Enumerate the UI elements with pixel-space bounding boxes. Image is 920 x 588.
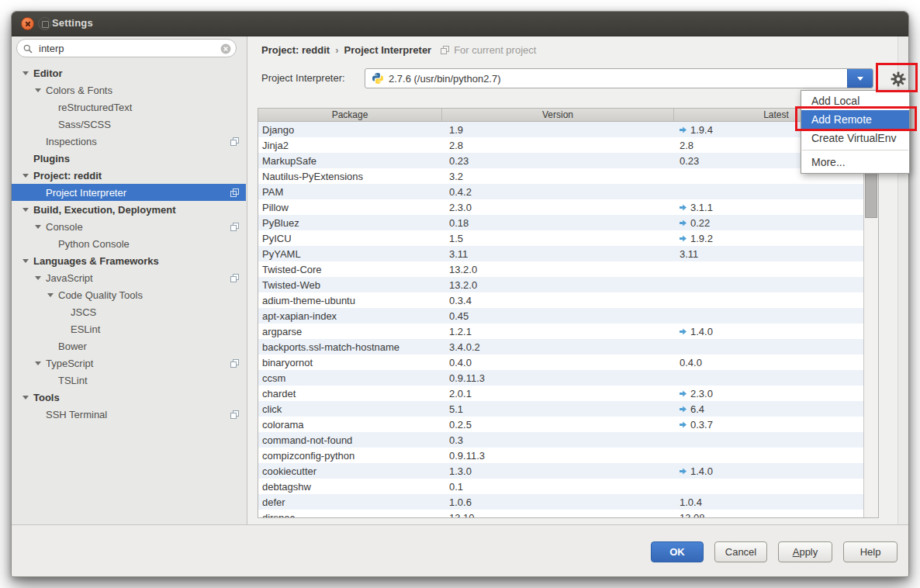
package-version: 0.3 xyxy=(442,434,674,446)
table-row-compizconfig-python[interactable]: compizconfig-python0.9.11.3 xyxy=(258,448,878,463)
search-input[interactable] xyxy=(37,41,216,55)
tree-item-tslint[interactable]: TSLint xyxy=(12,372,246,389)
table-row-pyyaml[interactable]: PyYAML3.113.11 xyxy=(258,246,878,261)
expander-arrow-icon[interactable] xyxy=(22,71,33,75)
clear-search-icon[interactable] xyxy=(220,43,231,54)
per-project-copy-icon xyxy=(441,46,449,54)
package-name: chardet xyxy=(258,388,442,399)
table-scrollbar[interactable] xyxy=(863,122,878,517)
table-row-command-not-found[interactable]: command-not-found0.3 xyxy=(258,432,878,448)
cancel-button[interactable]: Cancel xyxy=(714,541,767,562)
tree-item-plugins[interactable]: Plugins xyxy=(12,150,246,167)
expander-arrow-icon[interactable] xyxy=(35,276,46,280)
tree-item-label: TSLint xyxy=(58,375,88,386)
tree-item-tools[interactable]: Tools xyxy=(12,389,246,406)
table-row-backports-ssl-match-hostname[interactable]: backports.ssl-match-hostname3.4.0.2 xyxy=(258,339,878,355)
expander-arrow-icon[interactable] xyxy=(22,174,33,178)
tree-item-sass-scss[interactable]: Sass/SCSS xyxy=(12,116,246,133)
tree-item-jscs[interactable]: JSCS xyxy=(12,303,246,320)
table-row-nautilus-pyextensions[interactable]: Nautilus-PyExtensions3.2 xyxy=(258,168,878,184)
table-row-dirspec[interactable]: dirspec13.1013.08 xyxy=(258,510,878,518)
package-name: PyBluez xyxy=(258,217,442,229)
package-name: colorama xyxy=(258,419,442,431)
table-row-ccsm[interactable]: ccsm0.9.11.3 xyxy=(258,370,878,386)
upgrade-arrow-icon xyxy=(680,421,687,428)
tree-item-bower[interactable]: Bower xyxy=(12,337,246,355)
table-row-twisted-core[interactable]: Twisted-Core13.2.0 xyxy=(258,261,878,277)
tree-item-label: JavaScript xyxy=(46,272,93,284)
table-row-pybluez[interactable]: PyBluez0.180.22 xyxy=(258,215,878,230)
table-row-markupsafe[interactable]: MarkupSafe0.230.23 xyxy=(258,153,878,168)
tree-item-ssh-terminal[interactable]: SSH Terminal xyxy=(12,406,246,423)
menu-item-add-remote[interactable]: Add Remote xyxy=(801,110,909,129)
breadcrumb-page: Project Interpreter xyxy=(344,44,431,56)
table-row-pyicu[interactable]: PyICU1.51.9.2 xyxy=(258,230,878,246)
tree-item-colors-fonts[interactable]: Colors & Fonts xyxy=(12,81,246,99)
menu-item-create-virtualenv[interactable]: Create VirtualEnv xyxy=(801,129,909,147)
package-name: Pillow xyxy=(258,202,442,213)
tree-item-python-console[interactable]: Python Console xyxy=(12,235,246,252)
window-close-button[interactable] xyxy=(21,17,34,30)
package-latest: 6.4 xyxy=(674,403,878,415)
package-table: Package Version Latest Django1.91.9.4Jin… xyxy=(258,108,879,518)
expander-arrow-icon[interactable] xyxy=(22,208,33,212)
tree-item-typescript[interactable]: TypeScript xyxy=(12,355,246,372)
column-header-package[interactable]: Package xyxy=(258,109,442,121)
latest-version-text: 13.08 xyxy=(680,512,705,519)
tree-item-inspections[interactable]: Inspections xyxy=(12,133,246,150)
table-row-adium-theme-ubuntu[interactable]: adium-theme-ubuntu0.3.4 xyxy=(258,292,878,308)
interpreter-combobox[interactable]: 2.7.6 (/usr/bin/python2.7) xyxy=(365,68,873,88)
window-titlebar[interactable]: Settings xyxy=(12,12,908,36)
package-latest: 0.3.7 xyxy=(674,419,878,431)
column-header-version[interactable]: Version xyxy=(442,109,674,121)
tree-item-build-execution-deployment[interactable]: Build, Execution, Deployment xyxy=(12,201,246,218)
package-version: 3.2 xyxy=(442,171,674,182)
tree-item-restructuredtext[interactable]: reStructuredText xyxy=(12,99,246,116)
tree-item-javascript[interactable]: JavaScript xyxy=(12,269,246,286)
expander-arrow-icon[interactable] xyxy=(22,259,33,263)
tree-item-languages-frameworks[interactable]: Languages & Frameworks xyxy=(12,252,246,269)
table-row-twisted-web[interactable]: Twisted-Web13.2.0 xyxy=(258,277,878,292)
table-row-defer[interactable]: defer1.0.61.0.4 xyxy=(258,494,878,510)
ok-button[interactable]: OK xyxy=(651,541,704,562)
table-row-binaryornot[interactable]: binaryornot0.4.00.4.0 xyxy=(258,355,878,370)
help-button[interactable]: Help xyxy=(843,541,898,562)
table-row-jinja2[interactable]: Jinja22.82.8 xyxy=(258,137,878,153)
apply-button[interactable]: Apply xyxy=(778,541,832,562)
table-row-argparse[interactable]: argparse1.2.11.4.0 xyxy=(258,323,878,339)
gear-button[interactable] xyxy=(890,71,907,88)
expander-arrow-icon[interactable] xyxy=(35,225,46,229)
package-name: backports.ssl-match-hostname xyxy=(258,341,442,353)
table-row-colorama[interactable]: colorama0.2.50.3.7 xyxy=(258,417,878,432)
tree-item-console[interactable]: Console xyxy=(12,218,246,235)
tree-item-label: TypeScript xyxy=(46,358,93,369)
table-row-click[interactable]: click5.16.4 xyxy=(258,401,878,417)
window-maximize-button[interactable] xyxy=(38,17,51,30)
table-row-django[interactable]: Django1.91.9.4 xyxy=(258,122,878,137)
table-row-debtagshw[interactable]: debtagshw0.1 xyxy=(258,479,878,494)
tree-item-editor[interactable]: Editor xyxy=(12,64,246,81)
package-version: 13.10 xyxy=(442,512,674,519)
tree-item-project-reddit[interactable]: Project: reddit xyxy=(12,167,246,184)
upgrade-arrow-icon xyxy=(680,220,687,227)
package-name: click xyxy=(258,403,442,415)
tree-item-project-interpreter[interactable]: Project Interpreter xyxy=(12,184,246,201)
interpreter-dropdown-button[interactable] xyxy=(847,69,873,88)
menu-item-add-local[interactable]: Add Local xyxy=(801,92,909,110)
settings-search-field[interactable] xyxy=(16,39,237,57)
menu-item-more[interactable]: More... xyxy=(801,153,909,171)
expander-arrow-icon[interactable] xyxy=(35,361,46,365)
table-row-pam[interactable]: PAM0.4.2 xyxy=(258,184,878,199)
table-row-apt-xapian-index[interactable]: apt-xapian-index0.45 xyxy=(258,308,878,323)
breadcrumb-project[interactable]: Project: reddit xyxy=(261,44,330,56)
expander-arrow-icon[interactable] xyxy=(47,293,58,297)
tree-item-eslint[interactable]: ESLint xyxy=(12,320,246,337)
table-row-chardet[interactable]: chardet2.0.12.3.0 xyxy=(258,386,878,401)
expander-arrow-icon[interactable] xyxy=(22,396,33,399)
expander-arrow-icon[interactable] xyxy=(35,88,46,92)
table-row-pillow[interactable]: Pillow2.3.03.1.1 xyxy=(258,199,878,215)
table-row-cookiecutter[interactable]: cookiecutter1.3.01.4.0 xyxy=(258,463,878,479)
package-version: 2.0.1 xyxy=(442,388,674,399)
tree-item-code-quality-tools[interactable]: Code Quality Tools xyxy=(12,286,246,303)
package-table-header[interactable]: Package Version Latest xyxy=(258,109,878,122)
